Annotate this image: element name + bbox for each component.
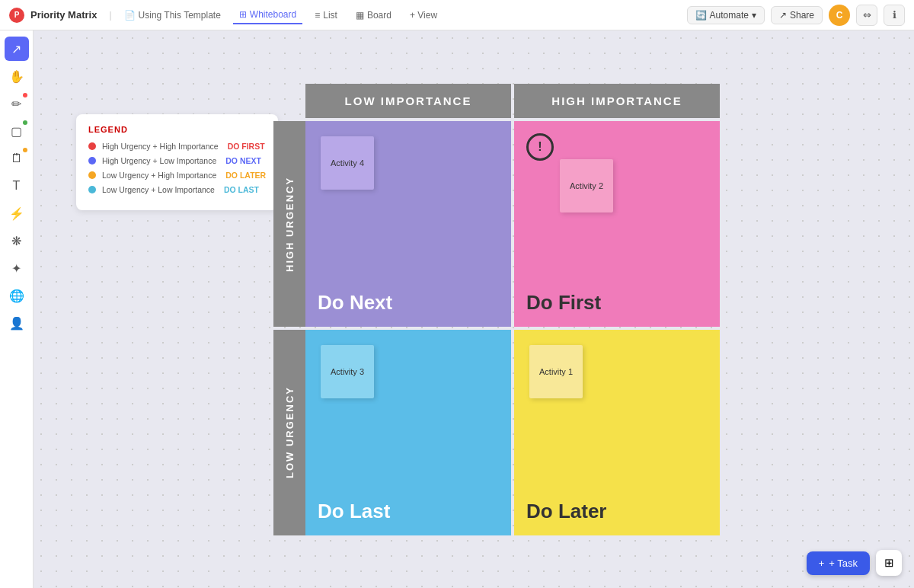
separator: | [109, 10, 111, 21]
legend-label-next: High Urgency + Low Importance [102, 156, 216, 165]
view-nav-item[interactable]: + View [404, 7, 443, 24]
task-label: + Task [829, 558, 858, 569]
legend-dot-later [88, 171, 96, 179]
cell-do-first[interactable]: ! Activity 2 Do First [514, 121, 720, 327]
legend-label-first: High Urgency + High Importance [102, 142, 219, 151]
sticky-activity1[interactable]: Activity 1 [529, 345, 583, 398]
matrix-body: HIGH URGENCY LOW URGENCY Activity 4 [273, 121, 720, 535]
whiteboard-icon: ⊞ [239, 9, 247, 20]
page-title: Priority Matrix [30, 9, 97, 21]
chevron-down-icon: ▾ [752, 10, 756, 21]
alert-icon: ! [526, 133, 554, 161]
sticky-activity4[interactable]: Activity 4 [321, 136, 374, 190]
legend-title: LEGEND [88, 125, 266, 134]
template-tool[interactable]: ❋ [5, 228, 29, 253]
avatar: C [829, 5, 850, 26]
bottom-right-controls: + + Task ⊞ [807, 550, 902, 576]
priority-matrix: LOW IMPORTANCE HIGH IMPORTANCE HIGH URGE… [273, 84, 720, 535]
pen-tool[interactable]: ✏ [5, 91, 29, 116]
legend-item-later: Low Urgency + High Importance DO LATER [88, 171, 266, 180]
globe-tool[interactable]: 🌐 [5, 283, 29, 308]
people-tool[interactable]: 👤 [5, 311, 29, 335]
share-icon: ↗ [779, 10, 787, 21]
fit-view-button[interactable]: ⇔ [856, 5, 877, 26]
urgency-labels: HIGH URGENCY LOW URGENCY [273, 121, 305, 535]
legend-item-next: High Urgency + Low Importance DO NEXT [88, 156, 266, 165]
cell-label-do-first: Do First [526, 291, 708, 315]
info-button[interactable]: ℹ [884, 5, 905, 26]
sticky-activity3[interactable]: Activity 3 [321, 345, 374, 398]
matrix-row-top: Activity 4 Do Next ! Activity 2 Do First [305, 121, 720, 327]
cell-label-do-next: Do Next [318, 291, 499, 315]
cursor-tool[interactable]: ↗ [5, 37, 29, 61]
legend-action-next: DO NEXT [225, 156, 261, 165]
ai-tool[interactable]: ✦ [5, 256, 29, 280]
legend-action-first: DO FIRST [228, 142, 265, 151]
sticky-activity2[interactable]: Activity 2 [560, 159, 613, 213]
grid-view-button[interactable]: ⊞ [876, 550, 902, 576]
cell-label-do-last: Do Last [318, 500, 499, 523]
cell-do-next[interactable]: Activity 4 Do Next [305, 121, 511, 327]
main-area: ↗ ✋ ✏ ▢ 🗒 T ⚡ ❋ ✦ 🌐 👤 LEGEND High Urgenc… [0, 30, 914, 588]
template-nav-item[interactable]: 📄 Using This Template [118, 7, 227, 24]
cell-label-do-later: Do Later [526, 500, 708, 523]
board-nav-item[interactable]: ▦ Board [350, 7, 398, 24]
legend-dot-last [88, 186, 96, 193]
task-button[interactable]: + + Task [807, 551, 870, 575]
urgency-high-label: HIGH URGENCY [273, 121, 305, 327]
sticky-tool[interactable]: 🗒 [5, 146, 29, 171]
automate-icon: 🔄 [695, 10, 707, 21]
whiteboard-nav-item[interactable]: ⊞ Whiteboard [233, 6, 302, 24]
matrix-col-headers: LOW IMPORTANCE HIGH IMPORTANCE [305, 84, 720, 118]
left-toolbar: ↗ ✋ ✏ ▢ 🗒 T ⚡ ❋ ✦ 🌐 👤 [0, 30, 34, 588]
shape-tool[interactable]: ▢ [5, 119, 29, 143]
topbar-right: 🔄 Automate ▾ ↗ Share C ⇔ ℹ [687, 5, 905, 26]
sticky-dot [23, 148, 27, 152]
list-nav-item[interactable]: ≡ List [308, 7, 344, 24]
list-icon: ≡ [315, 10, 320, 21]
col-header-high: HIGH IMPORTANCE [514, 84, 720, 118]
canvas[interactable]: LEGEND High Urgency + High Importance DO… [34, 30, 914, 588]
board-icon: ▦ [356, 10, 364, 21]
legend-label-last: Low Urgency + Low Importance [102, 185, 215, 194]
legend-item-last: Low Urgency + Low Importance DO LAST [88, 185, 266, 194]
shape-dot [23, 120, 27, 125]
grid-icon: ⊞ [884, 556, 894, 570]
col-header-low: LOW IMPORTANCE [305, 84, 511, 118]
legend-label-later: Low Urgency + High Importance [102, 171, 216, 180]
topbar: P Priority Matrix | 📄 Using This Templat… [0, 0, 914, 30]
legend-action-later: DO LATER [225, 171, 266, 180]
share-button[interactable]: ↗ Share [771, 6, 823, 24]
doc-icon: 📄 [124, 10, 136, 21]
cell-do-later[interactable]: Activity 1 Do Later [514, 330, 720, 535]
legend-dot-next [88, 157, 96, 165]
legend-dot-first [88, 142, 96, 150]
legend-box: LEGEND High Urgency + High Importance DO… [76, 114, 278, 210]
automate-button[interactable]: 🔄 Automate ▾ [687, 6, 765, 24]
text-tool[interactable]: T [5, 174, 29, 198]
highlight-tool[interactable]: ⚡ [5, 201, 29, 225]
app-logo: P [9, 8, 24, 23]
matrix-row-bottom: Activity 3 Do Last Activity 1 Do Later [305, 330, 720, 535]
plus-icon: + [819, 558, 825, 569]
cell-do-last[interactable]: Activity 3 Do Last [305, 330, 511, 535]
legend-action-last: DO LAST [224, 185, 259, 194]
legend-item-first: High Urgency + High Importance DO FIRST [88, 142, 266, 151]
urgency-low-label: LOW URGENCY [273, 330, 305, 535]
hand-tool[interactable]: ✋ [5, 64, 29, 88]
matrix-grid: Activity 4 Do Next ! Activity 2 Do First [305, 121, 720, 535]
pen-dot [23, 93, 27, 97]
